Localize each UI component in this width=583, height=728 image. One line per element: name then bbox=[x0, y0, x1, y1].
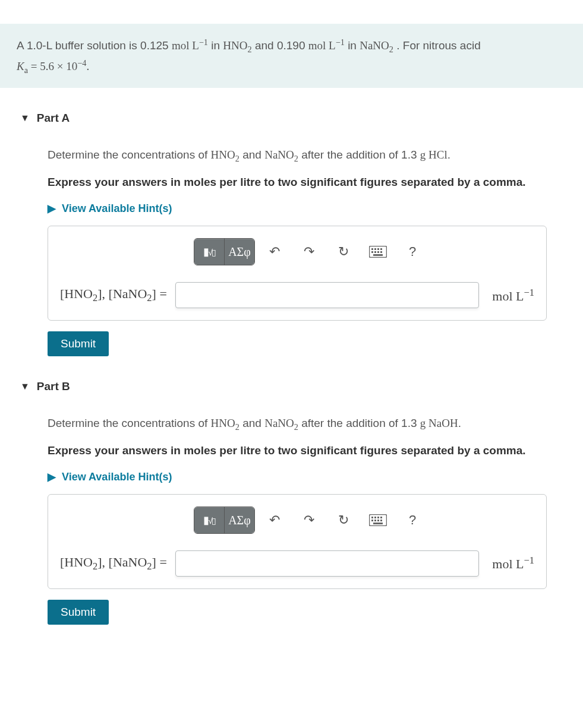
svg-rect-3 bbox=[377, 248, 379, 250]
svg-rect-16 bbox=[374, 520, 376, 521]
svg-rect-18 bbox=[380, 520, 382, 521]
part-a-answer-label: [HNO2], [NaNO2] = bbox=[60, 286, 167, 304]
equation-toolbar: ▮√▯ ΑΣφ ↶ ↷ ↻ bbox=[194, 507, 534, 534]
part-a: ▼ Part A Determine the concentrations of… bbox=[0, 88, 583, 356]
redo-icon: ↷ bbox=[304, 512, 314, 528]
part-a-hints-link[interactable]: ▶ View Available Hint(s) bbox=[48, 202, 172, 215]
part-a-question: Determine the concentrations of HNO2 and… bbox=[48, 148, 583, 164]
keyboard-button[interactable] bbox=[363, 507, 393, 533]
part-b-header[interactable]: ▼ Part B bbox=[0, 374, 583, 399]
help-button[interactable]: ? bbox=[398, 239, 427, 265]
part-b-answer-input[interactable] bbox=[175, 550, 479, 577]
svg-rect-12 bbox=[374, 517, 376, 518]
reset-button[interactable]: ↻ bbox=[329, 507, 358, 533]
caret-down-icon: ▼ bbox=[20, 113, 30, 124]
part-b-answer-unit: mol L−1 bbox=[492, 555, 534, 572]
caret-right-icon: ▶ bbox=[48, 470, 56, 483]
undo-icon: ↶ bbox=[269, 244, 280, 259]
part-b-answer-panel: ▮√▯ ΑΣφ ↶ ↷ ↻ bbox=[48, 494, 547, 589]
svg-rect-15 bbox=[371, 520, 373, 521]
svg-rect-7 bbox=[377, 251, 379, 253]
keyboard-icon bbox=[369, 246, 387, 258]
part-b-title: Part B bbox=[37, 380, 70, 393]
redo-button[interactable]: ↷ bbox=[294, 507, 324, 533]
species-hno2: HNO2 bbox=[223, 39, 251, 52]
svg-rect-6 bbox=[374, 251, 376, 253]
part-a-header[interactable]: ▼ Part A bbox=[0, 106, 583, 131]
reset-icon: ↻ bbox=[338, 244, 349, 259]
part-a-title: Part A bbox=[37, 112, 70, 125]
part-b-question: Determine the concentrations of HNO2 and… bbox=[48, 417, 583, 432]
undo-icon: ↶ bbox=[269, 512, 280, 528]
keyboard-icon bbox=[369, 514, 387, 526]
svg-rect-13 bbox=[377, 517, 379, 518]
part-b-submit-button[interactable]: Submit bbox=[48, 600, 109, 625]
species-nano2: NaNO2 bbox=[360, 39, 393, 52]
greek-symbols-button[interactable]: ΑΣφ bbox=[225, 507, 254, 533]
part-b: ▼ Part B Determine the concentrations of… bbox=[0, 356, 583, 625]
greek-symbols-button[interactable]: ΑΣφ bbox=[225, 239, 254, 265]
reset-icon: ↻ bbox=[338, 512, 349, 528]
unit-molar: mol L−1 bbox=[172, 39, 208, 52]
intro-text: A 1.0-L buffer solution is 0.125 bbox=[17, 39, 172, 52]
part-a-instruction: Express your answers in moles per litre … bbox=[48, 176, 583, 189]
caret-down-icon: ▼ bbox=[20, 381, 30, 392]
template-icon: ▮√▯ bbox=[203, 245, 215, 258]
svg-rect-4 bbox=[380, 248, 382, 250]
svg-rect-8 bbox=[380, 251, 382, 253]
redo-icon: ↷ bbox=[304, 244, 314, 259]
part-b-hints-link[interactable]: ▶ View Available Hint(s) bbox=[48, 470, 172, 483]
part-a-answer-input[interactable] bbox=[175, 282, 479, 308]
template-button[interactable]: ▮√▯ bbox=[194, 239, 225, 265]
redo-button[interactable]: ↷ bbox=[294, 239, 324, 265]
svg-rect-2 bbox=[374, 248, 376, 250]
part-a-answer-unit: mol L−1 bbox=[492, 287, 534, 304]
keyboard-button[interactable] bbox=[363, 239, 393, 265]
template-button[interactable]: ▮√▯ bbox=[194, 507, 225, 533]
part-a-submit-button[interactable]: Submit bbox=[48, 331, 109, 356]
svg-rect-1 bbox=[371, 248, 373, 250]
undo-button[interactable]: ↶ bbox=[260, 239, 289, 265]
part-b-instruction: Express your answers in moles per litre … bbox=[48, 444, 583, 457]
svg-rect-14 bbox=[380, 517, 382, 518]
svg-rect-19 bbox=[373, 523, 383, 524]
part-a-answer-panel: ▮√▯ ΑΣφ ↶ ↷ ↻ bbox=[48, 226, 547, 321]
svg-rect-11 bbox=[371, 517, 373, 518]
unit-molar: mol L−1 bbox=[308, 39, 345, 52]
template-icon: ▮√▯ bbox=[203, 514, 215, 527]
hints-label: View Available Hint(s) bbox=[62, 202, 172, 215]
caret-right-icon: ▶ bbox=[48, 202, 56, 215]
help-button[interactable]: ? bbox=[398, 507, 427, 533]
part-b-answer-label: [HNO2], [NaNO2] = bbox=[60, 555, 167, 572]
reset-button[interactable]: ↻ bbox=[329, 239, 358, 265]
ka-expression: Ka = 5.6 × 10−4. bbox=[17, 60, 89, 72]
undo-button[interactable]: ↶ bbox=[260, 507, 289, 533]
svg-rect-9 bbox=[373, 254, 383, 256]
hints-label: View Available Hint(s) bbox=[62, 471, 172, 483]
svg-rect-5 bbox=[371, 251, 373, 253]
problem-intro: A 1.0-L buffer solution is 0.125 mol L−1… bbox=[0, 24, 583, 88]
equation-toolbar: ▮√▯ ΑΣφ ↶ ↷ ↻ bbox=[194, 238, 534, 265]
svg-rect-17 bbox=[377, 520, 379, 521]
